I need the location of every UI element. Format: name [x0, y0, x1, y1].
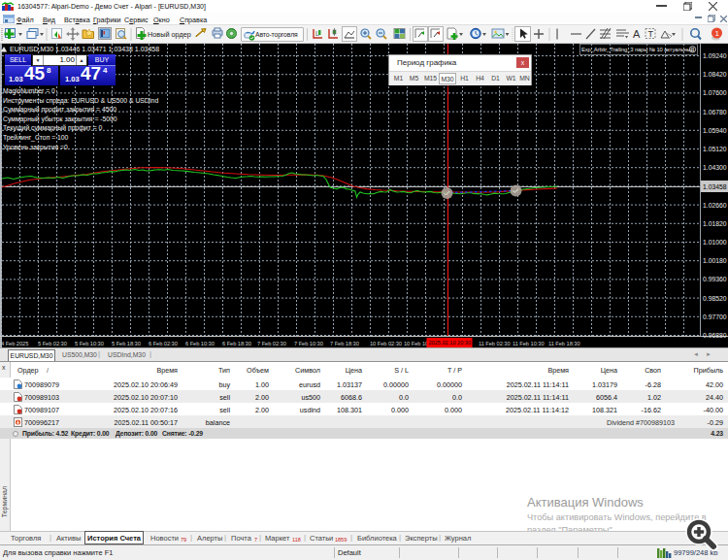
svg-text:0.98520: 0.98520 — [703, 295, 727, 302]
svg-text:1.09240: 1.09240 — [703, 52, 727, 59]
svg-text:5 Feb 18:30: 5 Feb 18:30 — [112, 341, 141, 346]
svg-text:11 Feb 02:30: 11 Feb 02:30 — [479, 341, 511, 346]
svg-text:1.08420: 1.08420 — [703, 71, 727, 78]
svg-text:1.01820: 1.01820 — [703, 220, 727, 227]
svg-text:2025.02.10 20:30: 2025.02.10 20:30 — [429, 340, 472, 346]
svg-text:Exp_Arbitr_Trailing_3 пары № 1: Exp_Arbitr_Trailing_3 пары № 10 актуальн… — [581, 47, 694, 52]
svg-text:7 Feb 02:30: 7 Feb 02:30 — [257, 341, 286, 346]
svg-text:1.00180: 1.00180 — [703, 257, 727, 264]
svg-text:T: T — [648, 29, 654, 39]
svg-text:1.05940: 1.05940 — [703, 127, 727, 134]
svg-text:10 Feb 10: 10 Feb 10 — [404, 341, 428, 346]
svg-text:4 Feb 2025: 4 Feb 2025 — [1, 341, 28, 346]
svg-text:0.99360: 0.99360 — [703, 276, 727, 282]
svg-text:1.04300: 1.04300 — [703, 164, 727, 171]
svg-text:1: 1 — [715, 29, 720, 38]
svg-text:1.05120: 1.05120 — [703, 146, 727, 152]
svg-text:5 Feb 10:30: 5 Feb 10:30 — [75, 341, 104, 346]
svg-text:11 Feb 18:30: 11 Feb 18:30 — [548, 341, 580, 346]
svg-text:1.02660: 1.02660 — [703, 202, 727, 209]
svg-text:0.97700: 0.97700 — [703, 313, 727, 320]
svg-text:6 Feb 02:30: 6 Feb 02:30 — [149, 341, 178, 346]
svg-text:10 Feb 02:30: 10 Feb 02:30 — [370, 341, 402, 346]
svg-text:A: A — [633, 28, 641, 40]
svg-text:1.07600: 1.07600 — [703, 89, 727, 96]
svg-text:EURUSD,M30 1.03446 1.03471 1.: EURUSD,M30 1.03446 1.03471 1.03438 1.034… — [10, 46, 159, 52]
svg-text:6 Feb 18:30: 6 Feb 18:30 — [222, 341, 251, 346]
svg-text:7 Feb 10:30: 7 Feb 10:30 — [294, 341, 323, 346]
svg-text:0.96880: 0.96880 — [703, 332, 727, 339]
svg-text:1.03458: 1.03458 — [703, 183, 727, 190]
svg-text:5 Feb 02:30: 5 Feb 02:30 — [38, 341, 67, 346]
svg-text:6 Feb 10:30: 6 Feb 10:30 — [185, 341, 215, 346]
svg-text:11 Feb 10:30: 11 Feb 10:30 — [513, 341, 545, 346]
svg-text:1.06780: 1.06780 — [703, 109, 727, 115]
svg-text:7 Feb 18:30: 7 Feb 18:30 — [330, 341, 359, 346]
svg-text:1.01000: 1.01000 — [703, 239, 727, 246]
